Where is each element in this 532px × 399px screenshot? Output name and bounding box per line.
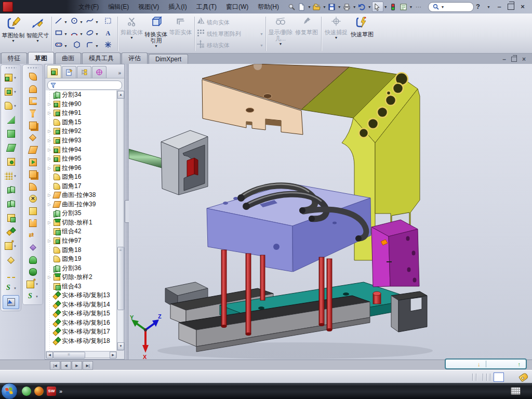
menu-item-6[interactable]: 窗口(W) — [222, 1, 252, 13]
expand-arrow-icon[interactable]: ▷ — [47, 111, 52, 115]
tree-item-16[interactable]: 组合42 — [46, 227, 116, 236]
tree-item-17[interactable]: ▷拉伸97 — [46, 236, 116, 246]
graphics-viewport[interactable]: Y Z X — [129, 64, 532, 360]
extruded-boss-icon-dropdown[interactable]: ▼ — [14, 76, 17, 79]
dome-icon[interactable] — [23, 254, 43, 267]
split-icon[interactable] — [1, 183, 21, 197]
tab-featuremanager[interactable] — [47, 65, 61, 78]
ribbon-tab-5[interactable]: 评估 — [122, 52, 148, 64]
hscroll-thumb[interactable]: ≡ — [53, 352, 85, 358]
pattern-dropdown[interactable]: ▼ — [260, 32, 263, 36]
entity-rectangle-dropdown[interactable]: ▼ — [64, 32, 68, 36]
rebuild-traffic-light-icon[interactable] — [388, 2, 398, 11]
menu-item-1[interactable]: 文件(F) — [74, 1, 103, 13]
entity-arc-button[interactable]: ▼ — [69, 28, 85, 40]
ribbon-tab-6[interactable]: DimXpert — [149, 54, 188, 64]
tree-item-6[interactable]: ▷拉伸93 — [46, 136, 116, 145]
tree-item-5[interactable]: ▷拉伸92 — [46, 127, 116, 136]
snap-dropdown[interactable]: ▼ — [335, 36, 338, 39]
new-document-icon-dropdown[interactable]: ▼ — [308, 5, 311, 9]
cmd-convert-button[interactable]: 转换实体引用▼ — [144, 15, 168, 53]
entity-point-button[interactable] — [100, 40, 116, 52]
move-copy-body-icon[interactable] — [1, 225, 21, 239]
freeform-icon[interactable] — [23, 266, 43, 278]
entity-circle-dropdown[interactable]: ▼ — [79, 20, 83, 24]
plane-icon[interactable] — [1, 253, 21, 267]
undo-icon-dropdown[interactable]: ▼ — [368, 5, 371, 9]
toolbar-overflow-icon[interactable]: ⋯ — [414, 2, 424, 11]
tree-item-3[interactable]: ▷拉伸91 — [46, 109, 116, 118]
cmd-sketch-button[interactable]: 草图绘制▼ — [1, 15, 25, 53]
entity-spline-dropdown[interactable]: ▼ — [95, 20, 99, 24]
new-document-icon[interactable] — [297, 2, 307, 11]
tree-item-8[interactable]: ▷拉伸95 — [46, 154, 116, 164]
trim-dropdown[interactable]: ▼ — [130, 36, 134, 39]
extruded-cut-icon[interactable]: ▼ — [1, 85, 21, 99]
move-face-icon[interactable] — [23, 230, 43, 242]
last-tab-button[interactable]: ▶| — [83, 361, 93, 370]
doc-minimize-button[interactable]: – — [502, 56, 506, 62]
lofted-surface-icon[interactable] — [23, 108, 43, 120]
first-tab-button[interactable]: |◀ — [50, 361, 60, 370]
tree-item-13[interactable]: ▷曲面-拉伸39 — [46, 200, 116, 209]
boundary-surface-icon[interactable] — [23, 119, 43, 132]
tree-item-10[interactable]: 圆角16 — [46, 172, 116, 182]
tree-vertical-scrollbar[interactable]: ▲ ≡ ▼ — [117, 90, 124, 351]
entity-sketch-fillet-dropdown[interactable]: ▼ — [95, 44, 99, 48]
start-button[interactable] — [1, 383, 18, 399]
scroll-up-button[interactable]: ▲ — [117, 91, 124, 99]
combine-icon[interactable] — [1, 211, 21, 225]
options-icon-dropdown[interactable]: ▼ — [409, 5, 413, 9]
entity-line-button[interactable]: ▼ — [54, 16, 69, 28]
cmd-dimension-button[interactable]: 智能尺寸▼ — [25, 15, 50, 53]
help-button[interactable]: ? — [474, 3, 482, 10]
scroll-down-button[interactable]: ▼ — [117, 342, 124, 350]
expand-arrow-icon[interactable]: ▷ — [47, 275, 52, 280]
fillet-surface-icon[interactable] — [23, 181, 43, 193]
entity-rectangle-button[interactable]: ▼ — [54, 28, 69, 40]
move-dropdown[interactable]: ▼ — [260, 44, 263, 47]
tree-item-12[interactable]: ▷曲面-拉伸38 — [46, 191, 116, 200]
menu-item-3[interactable]: 视图(V) — [134, 1, 163, 13]
expand-arrow-icon[interactable]: ▷ — [47, 148, 52, 152]
menu-item-7[interactable]: 帮助(H) — [254, 1, 283, 13]
swept-bend-icon[interactable] — [23, 95, 43, 108]
entity-arc-dropdown[interactable]: ▼ — [79, 32, 83, 36]
tree-item-26[interactable]: 实体-移动/复制16 — [46, 318, 116, 328]
insert-block-part[interactable] — [371, 220, 419, 287]
hole-wizard-icon[interactable] — [1, 155, 21, 169]
open-folder-icon[interactable] — [312, 2, 322, 11]
cmd-rapid-button[interactable]: 快速草图 — [349, 15, 375, 53]
ribbon-tab-1[interactable]: 特征 — [1, 52, 27, 64]
doc-restore-button[interactable] — [511, 57, 517, 62]
ribbon-tab-3[interactable]: 曲面 — [55, 52, 81, 64]
untrim-surface-icon[interactable] — [23, 217, 43, 230]
entity-polygon-button[interactable] — [69, 40, 85, 52]
fillet-icon[interactable]: ▼ — [1, 99, 21, 113]
tree-item-2[interactable]: ▷拉伸90 — [46, 100, 116, 109]
panel-tabs-overflow[interactable]: » — [118, 70, 124, 78]
entity-ellipse-button[interactable]: ▼ — [85, 28, 100, 40]
network-speed-widget[interactable]: ↓ ↑ — [445, 358, 527, 369]
tree-item-22[interactable]: 组合43 — [46, 282, 116, 291]
minimize-button[interactable]: – — [495, 3, 503, 10]
insert-part-icon[interactable]: ▼ — [23, 278, 43, 291]
spline-tool-icon-dropdown[interactable]: ▼ — [14, 287, 17, 290]
menu-item-2[interactable]: 编辑(E) — [104, 1, 133, 13]
expand-arrow-icon[interactable]: ▷ — [47, 166, 52, 170]
tree-item-23[interactable]: 实体-移动/复制13 — [46, 291, 116, 300]
restore-button[interactable] — [508, 4, 514, 10]
options-icon[interactable] — [398, 2, 409, 11]
doc-close-button[interactable]: × — [522, 56, 526, 62]
prev-tab-button[interactable]: ◀ — [61, 361, 71, 370]
quick-tips-button[interactable] — [494, 373, 504, 382]
fillet-icon-dropdown[interactable]: ▼ — [14, 104, 17, 108]
entity-line-dropdown[interactable]: ▼ — [64, 20, 68, 24]
tree-item-15[interactable]: ▷切除-放样1 — [46, 218, 116, 228]
cmd-move-button[interactable]: 移动实体▼ — [196, 40, 264, 50]
solidworks-launcher-icon[interactable]: SW — [47, 387, 56, 396]
scroll-left-button[interactable]: ◀ — [46, 352, 53, 358]
entity-ellipse-dropdown[interactable]: ▼ — [95, 32, 99, 36]
tab-configurationmanager[interactable] — [77, 66, 91, 78]
tree-item-11[interactable]: 圆角17 — [46, 181, 116, 191]
